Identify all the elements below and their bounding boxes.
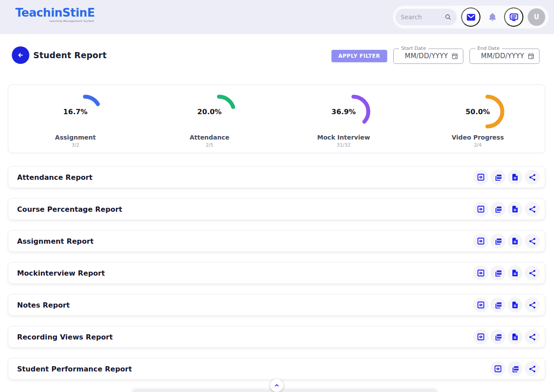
report-row-course-percentage[interactable]: Course Percentage Report PDF xyxy=(8,198,545,220)
notifications-button[interactable] xyxy=(485,12,500,22)
download-document-button[interactable] xyxy=(508,266,522,280)
summary-cell-mock-interview: 36.9% Mock Interview 31/32 xyxy=(277,91,411,153)
student-report-page: TeachinStinE Learning Management System xyxy=(0,0,554,392)
share-button[interactable] xyxy=(525,170,540,185)
download-pdf-button[interactable]: PDF xyxy=(490,202,505,217)
summary-ratio: 3/2 xyxy=(8,142,142,148)
row-actions: PDF xyxy=(473,329,540,344)
bell-icon xyxy=(487,12,498,22)
forum-button[interactable] xyxy=(504,7,523,27)
report-title: Notes Report xyxy=(17,301,70,309)
document-icon xyxy=(511,237,519,245)
preview-eye-icon xyxy=(477,301,485,309)
download-document-button[interactable] xyxy=(508,298,522,312)
share-button[interactable] xyxy=(525,202,540,217)
pdf-icon: PDF xyxy=(494,205,502,214)
apply-filter-button[interactable]: APPLY FILTER xyxy=(332,50,387,62)
report-title: Assignment Report xyxy=(17,237,94,245)
report-row-assignment[interactable]: Assignment Report PDF xyxy=(8,230,545,252)
preview-button[interactable] xyxy=(490,361,505,376)
preview-eye-icon xyxy=(477,205,485,213)
back-button[interactable] xyxy=(12,46,29,64)
mail-button[interactable] xyxy=(461,7,480,27)
gauge-percent: 20.0% xyxy=(198,108,222,116)
document-icon xyxy=(511,173,519,181)
preview-button[interactable] xyxy=(473,170,488,185)
share-icon xyxy=(528,333,536,341)
preview-button[interactable] xyxy=(473,266,488,280)
document-icon xyxy=(511,205,519,213)
summary-label: Video Progress xyxy=(411,134,545,141)
svg-text:PDF: PDF xyxy=(497,207,501,210)
preview-button[interactable] xyxy=(473,298,488,312)
preview-eye-icon xyxy=(477,333,485,341)
end-date-value: MM/DD/YYYY xyxy=(481,52,524,60)
search-input[interactable] xyxy=(401,14,442,21)
start-date-field[interactable]: Start Date MM/DD/YYYY xyxy=(393,49,463,64)
header-toolbar: U xyxy=(393,6,549,28)
download-document-button[interactable] xyxy=(508,329,522,344)
share-button[interactable] xyxy=(525,298,540,312)
search-icon xyxy=(445,14,452,21)
preview-eye-icon xyxy=(477,269,485,277)
svg-text:PDF: PDF xyxy=(497,303,501,306)
download-document-button[interactable] xyxy=(508,234,522,248)
svg-text:PDF: PDF xyxy=(497,335,501,338)
chevron-up-icon xyxy=(274,382,280,388)
share-button[interactable] xyxy=(525,361,540,376)
row-actions: PDF xyxy=(473,234,540,248)
start-date-value: MM/DD/YYYY xyxy=(405,52,448,60)
share-icon xyxy=(528,173,536,182)
row-actions: PDF xyxy=(490,361,540,376)
end-date-field[interactable]: End Date MM/DD/YYYY xyxy=(469,49,540,64)
app-logo[interactable]: TeachinStinE Learning Management System xyxy=(15,7,94,22)
pdf-icon: PDF xyxy=(494,173,502,182)
report-row-notes[interactable]: Notes Report PDF xyxy=(8,294,545,316)
mock-interview-gauge: 36.9% xyxy=(277,91,411,132)
svg-text:PDF: PDF xyxy=(514,367,519,370)
app-header: TeachinStinE Learning Management System xyxy=(0,0,554,34)
start-date-label: Start Date xyxy=(399,46,428,51)
summary-label: Assignment xyxy=(8,134,142,141)
report-row-recording-views[interactable]: Recording Views Report PDF xyxy=(8,326,545,348)
download-pdf-button[interactable]: PDF xyxy=(490,266,505,280)
preview-eye-icon xyxy=(477,173,485,181)
download-pdf-button[interactable]: PDF xyxy=(490,298,505,312)
pdf-icon: PDF xyxy=(494,269,502,277)
download-document-button[interactable] xyxy=(508,170,522,185)
user-avatar[interactable]: U xyxy=(528,8,545,26)
preview-button[interactable] xyxy=(473,329,488,344)
report-row-student-performance[interactable]: Student Performance Report PDF xyxy=(8,358,545,380)
preview-eye-icon xyxy=(477,237,485,245)
summary-ratio: 2/5 xyxy=(142,142,276,148)
row-actions: PDF xyxy=(473,170,540,185)
app-logo-title: TeachinStinE xyxy=(15,7,94,18)
download-pdf-button[interactable]: PDF xyxy=(490,234,505,248)
download-pdf-button[interactable]: PDF xyxy=(508,361,522,376)
row-actions: PDF xyxy=(473,202,540,217)
row-actions: PDF xyxy=(473,298,540,312)
download-pdf-button[interactable]: PDF xyxy=(490,170,505,185)
calendar-icon[interactable] xyxy=(451,52,459,60)
summary-card: 16.7% Assignment 3/2 20.0% Attendance 2/… xyxy=(8,84,545,153)
summary-ratio: 2/4 xyxy=(411,142,545,148)
report-title: Recording Views Report xyxy=(17,333,113,341)
report-row-attendance[interactable]: Attendance Report PDF xyxy=(8,166,545,188)
share-button[interactable] xyxy=(525,266,540,280)
calendar-icon[interactable] xyxy=(527,52,535,60)
summary-cell-video-progress: 50.0% Video Progress 2/4 xyxy=(411,91,545,153)
summary-cell-attendance: 20.0% Attendance 2/5 xyxy=(142,91,276,153)
share-button[interactable] xyxy=(525,329,540,344)
preview-button[interactable] xyxy=(473,234,488,248)
app-logo-subtitle: Learning Management System xyxy=(15,19,94,22)
document-icon xyxy=(511,301,519,309)
download-pdf-button[interactable]: PDF xyxy=(490,329,505,344)
mail-icon xyxy=(466,12,476,22)
scroll-top-button[interactable] xyxy=(270,379,283,392)
report-row-mockinterview[interactable]: Mockinterview Report PDF xyxy=(8,262,545,284)
search-box[interactable] xyxy=(395,9,457,25)
preview-button[interactable] xyxy=(473,202,488,217)
share-button[interactable] xyxy=(525,234,540,248)
report-list: Attendance Report PDF Course Percentage … xyxy=(8,166,545,380)
download-document-button[interactable] xyxy=(508,202,522,217)
